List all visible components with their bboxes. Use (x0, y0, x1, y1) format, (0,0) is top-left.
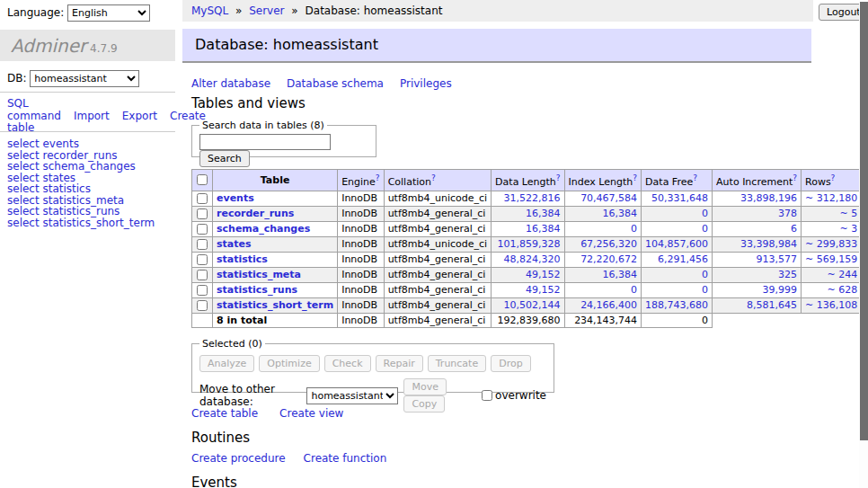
engine-cell: InnoDB (338, 297, 384, 313)
total-label: 8 in total (217, 315, 267, 326)
row-checkbox[interactable] (197, 193, 208, 204)
collation-cell: utf8mb4_general_ci (384, 267, 491, 282)
rows-link[interactable]: ~ 5 (839, 208, 857, 219)
link-create-function[interactable]: Create function (304, 452, 387, 465)
link-select-statistics[interactable]: select statistics (7, 183, 155, 195)
row-checkbox-cell (192, 252, 213, 267)
help-link-engine[interactable]: ? (376, 173, 380, 182)
scrollbar-track[interactable] (859, 0, 868, 488)
row-checkbox[interactable] (197, 270, 208, 280)
row-checkbox[interactable] (197, 239, 208, 250)
select-all-cell (192, 170, 213, 191)
total-check-cell (192, 313, 213, 327)
drop-button[interactable]: Drop (491, 355, 530, 372)
breadcrumb-server[interactable]: Server (249, 4, 284, 17)
help-link-rows[interactable]: ? (831, 173, 836, 182)
table-total-row: 8 in totalInnoDButf8mb4_general_ci192,83… (192, 313, 868, 327)
check-button[interactable]: Check (324, 355, 371, 372)
row-checkbox[interactable] (197, 224, 208, 235)
rows-link[interactable]: ~ 312,180 (805, 192, 857, 204)
table-link-statistics-meta[interactable]: statistics_meta (217, 269, 301, 280)
overwrite-checkbox[interactable] (482, 390, 492, 401)
table-link-events[interactable]: events (217, 192, 254, 204)
auto-increment-cell: 913,577 (713, 252, 802, 267)
search-input[interactable] (199, 134, 331, 150)
link-create-procedure[interactable]: Create procedure (191, 452, 286, 465)
link-create-view[interactable]: Create view (279, 407, 343, 420)
row-checkbox-cell (192, 236, 213, 252)
overwrite-option: overwrite (481, 389, 546, 402)
column-header-rows: Rows? (802, 170, 862, 191)
move-buttons: MoveCopy (403, 378, 475, 413)
rows-cell: ~ 312,180 (802, 191, 862, 206)
language-row: Language: English (7, 4, 150, 22)
link-privileges[interactable]: Privileges (400, 77, 452, 90)
language-select[interactable]: English (67, 4, 150, 22)
rows-link[interactable]: ~ 299,833 (805, 238, 857, 250)
index-length-cell: 16,384 (564, 206, 642, 221)
table-link-statistics-runs[interactable]: statistics_runs (217, 284, 297, 296)
total-index-length-cell: 234,143,744 (564, 313, 642, 327)
rows-link[interactable]: ~ 569,159 (805, 253, 857, 265)
link-select-events[interactable]: select events (7, 138, 155, 150)
help-link-index-length[interactable]: ? (633, 173, 637, 182)
table-link-states[interactable]: states (217, 238, 252, 250)
total-name-cell: 8 in total (213, 313, 338, 327)
search-button[interactable]: Search (199, 150, 250, 167)
rows-link[interactable]: ~ 628 (827, 284, 857, 296)
data-length-cell: 49,152 (492, 267, 564, 282)
column-header-data-length: Data Length? (492, 170, 564, 191)
rows-link[interactable]: ~ 136,108 (805, 299, 857, 311)
sidebar-divider (0, 92, 175, 93)
adminer-logo: Adminer 4.7.9 (0, 30, 175, 61)
engine-cell: InnoDB (338, 236, 384, 252)
move-button[interactable]: Move (403, 378, 447, 395)
link-select-schema-changes[interactable]: select schema_changes (7, 161, 155, 173)
help-link-data-length[interactable]: ? (556, 173, 561, 182)
table-link-statistics-short-term[interactable]: statistics_short_term (217, 299, 333, 311)
table-link-statistics[interactable]: statistics (217, 253, 268, 265)
help-link-data-free[interactable]: ? (693, 173, 697, 182)
table-name-cell: schema_changes (213, 221, 338, 236)
table-body: eventsInnoDButf8mb4_unicode_ci31,522,816… (192, 191, 868, 327)
rows-link[interactable]: ~ 3 (839, 223, 857, 235)
table-link-recorder-runs[interactable]: recorder_runs (217, 208, 294, 219)
breadcrumb-mysql[interactable]: MySQL (191, 4, 228, 17)
help-link-collation[interactable]: ? (431, 173, 436, 182)
table-name-cell: statistics (213, 252, 338, 267)
move-database-select[interactable]: homeassistant (306, 387, 398, 404)
column-header-label: Engine (341, 176, 376, 188)
data-free-cell: 50,331,648 (642, 191, 713, 206)
link-sql-command[interactable]: SQL command (7, 97, 61, 122)
truncate-button[interactable]: Truncate (428, 355, 486, 372)
select-all-checkbox[interactable] (197, 174, 208, 185)
link-create-table[interactable]: Create table (191, 407, 258, 420)
row-checkbox-cell (192, 206, 213, 221)
row-checkbox[interactable] (197, 209, 208, 219)
analyze-button[interactable]: Analyze (199, 355, 254, 372)
table-link-schema-changes[interactable]: schema_changes (217, 223, 310, 235)
row-checkbox[interactable] (197, 254, 208, 265)
rows-link[interactable]: ~ 244 (827, 269, 857, 280)
optimize-button[interactable]: Optimize (259, 355, 319, 372)
db-select[interactable]: homeassistant (30, 70, 139, 87)
scrollbar-thumb[interactable] (860, 2, 868, 440)
help-link-auto-increment[interactable]: ? (793, 173, 797, 182)
table-row: eventsInnoDButf8mb4_unicode_ci31,522,816… (192, 191, 868, 206)
data-free-cell: 0 (642, 267, 713, 282)
table-name-cell: statistics_short_term (213, 297, 338, 313)
row-checkbox[interactable] (197, 285, 208, 296)
table-row: recorder_runsInnoDButf8mb4_general_ci16,… (192, 206, 868, 221)
link-alter-database[interactable]: Alter database (191, 77, 270, 90)
link-import[interactable]: Import (74, 110, 110, 122)
link-select-statistics-short-term[interactable]: select statistics_short_term (7, 217, 155, 229)
link-select-statistics-runs[interactable]: select statistics_runs (7, 206, 155, 217)
brand-link[interactable]: Adminer (11, 35, 86, 57)
events-heading: Events (191, 475, 237, 488)
link-database-schema[interactable]: Database schema (287, 77, 384, 90)
row-checkbox[interactable] (197, 300, 208, 311)
copy-button[interactable]: Copy (403, 395, 445, 413)
rows-cell: ~ 244 (802, 267, 862, 282)
link-export[interactable]: Export (122, 110, 157, 122)
repair-button[interactable]: Repair (376, 355, 423, 372)
